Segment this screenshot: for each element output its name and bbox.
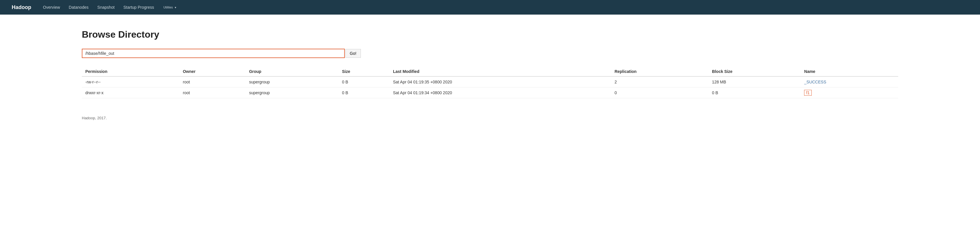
folder-link-f1[interactable]: f1 [804,90,812,96]
path-input[interactable] [82,49,345,58]
nav-link-utilities-label: Utilities [163,6,173,9]
nav-link-startup-progress[interactable]: Startup Progress [123,5,154,9]
nav-link-snapshot[interactable]: Snapshot [97,5,115,9]
cell-block-size-1: 128 MB [708,76,800,87]
col-permission: Permission [82,67,180,76]
cell-owner-2: root [180,87,246,98]
cell-permission-2: drwxr-xr-x [82,87,180,98]
col-last-modified: Last Modified [390,67,611,76]
nav-link-datanodes[interactable]: Datanodes [68,5,89,9]
nav-item-datanodes[interactable]: Datanodes [68,5,89,9]
footer: Hadoop, 2017. [82,116,898,120]
col-group: Group [245,67,338,76]
cell-last-modified-1: Sat Apr 04 01:19:35 +0800 2020 [390,76,611,87]
cell-name-1: _SUCCESS [800,76,898,87]
table-header: Permission Owner Group Size Last Modifie… [82,67,898,76]
table-body: -rw-r--r-- root supergroup 0 B Sat Apr 0… [82,76,898,98]
page-title: Browse Directory [82,29,898,40]
nav-links: Overview Datanodes Snapshot Startup Prog… [43,5,176,9]
col-size: Size [339,67,390,76]
nav-item-overview[interactable]: Overview [43,5,60,9]
nav-brand[interactable]: Hadoop [12,5,31,11]
nav-item-snapshot[interactable]: Snapshot [97,5,115,9]
col-block-size: Block Size [708,67,800,76]
col-owner: Owner [180,67,246,76]
cell-last-modified-2: Sat Apr 04 01:19:34 +0800 2020 [390,87,611,98]
cell-size-2: 0 B [339,87,390,98]
cell-group-2: supergroup [245,87,338,98]
table-row: drwxr-xr-x root supergroup 0 B Sat Apr 0… [82,87,898,98]
col-replication: Replication [611,67,708,76]
cell-group-1: supergroup [245,76,338,87]
cell-block-size-2: 0 B [708,87,800,98]
col-name: Name [800,67,898,76]
chevron-down-icon: ▾ [175,6,176,9]
footer-text: Hadoop, 2017. [82,116,107,120]
cell-permission-1: -rw-r--r-- [82,76,180,87]
nav-link-overview[interactable]: Overview [43,5,60,9]
cell-size-1: 0 B [339,76,390,87]
directory-table: Permission Owner Group Size Last Modifie… [82,67,898,98]
table-row: -rw-r--r-- root supergroup 0 B Sat Apr 0… [82,76,898,87]
go-button[interactable]: Go! [345,49,361,58]
file-link-success[interactable]: _SUCCESS [804,80,826,84]
nav-item-startup-progress[interactable]: Startup Progress [123,5,154,9]
cell-replication-2: 0 [611,87,708,98]
table-header-row: Permission Owner Group Size Last Modifie… [82,67,898,76]
cell-owner-1: root [180,76,246,87]
cell-replication-1: 2 [611,76,708,87]
navbar: Hadoop Overview Datanodes Snapshot Start… [0,0,980,14]
nav-utilities-dropdown[interactable]: Utilities ▾ [163,6,176,9]
nav-item-utilities[interactable]: Utilities ▾ [163,6,176,9]
main-content: Browse Directory Go! Permission Owner Gr… [0,14,980,135]
cell-name-2: f1 [800,87,898,98]
search-bar: Go! [82,49,898,58]
